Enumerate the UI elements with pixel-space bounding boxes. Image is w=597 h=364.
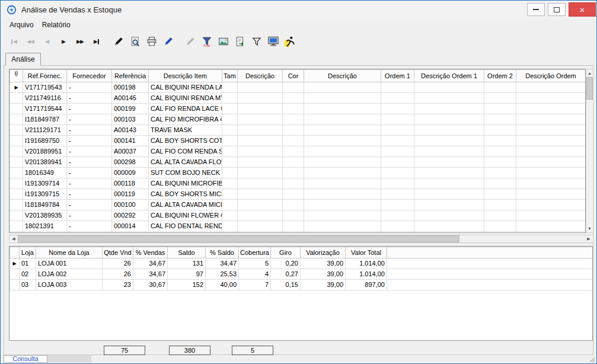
cell-valor-total: 897,00 xyxy=(346,280,387,290)
cell-referencia: A00037 xyxy=(112,146,149,157)
column-header-descricao-item[interactable]: Descrição Item xyxy=(149,70,222,82)
column-header-nome-loja[interactable]: Nome da Loja xyxy=(36,247,103,258)
title-bar[interactable]: Análise de Vendas x Estoque × xyxy=(1,1,596,18)
cell-referencia: 000118 xyxy=(112,178,149,189)
vscroll-thumb[interactable] xyxy=(586,77,593,100)
item-row[interactable]: I191689750 - 000141 CAL BOY SHORTS COTTO xyxy=(10,136,586,146)
print-preview-button[interactable] xyxy=(128,34,142,49)
filter-outline-button[interactable] xyxy=(250,34,264,49)
column-header-descricao-ordem1[interactable]: Descrição Ordem 1 xyxy=(414,70,484,82)
resize-grip[interactable] xyxy=(589,357,595,363)
cell-pct-vendas: 34,67 xyxy=(133,258,168,269)
items-grid-hscrollbar[interactable]: ◀ ▶ xyxy=(9,235,593,243)
column-header-ordem2[interactable]: Ordem 2 xyxy=(484,70,516,82)
column-header-descricao-tam[interactable]: Descrição xyxy=(238,70,283,82)
column-header-fornecedor[interactable]: Fornecedor xyxy=(67,70,112,82)
column-header-descricao-ordem2[interactable]: Descrição Ordem xyxy=(516,70,586,82)
nav-prior-page-button[interactable]: ◀◀ xyxy=(23,34,37,49)
cell-filler xyxy=(387,280,593,290)
nav-first-button[interactable]: ◀ xyxy=(7,34,21,49)
column-header-saldo[interactable]: Saldo xyxy=(168,247,206,258)
hscroll-thumb[interactable] xyxy=(18,235,459,242)
column-header-loja[interactable]: Loja xyxy=(20,247,36,258)
cell-nome-loja: LOJA 002 xyxy=(36,269,103,280)
store-row[interactable]: 03 LOJA 003 23 30,67 152 40,00 7 0,15 39… xyxy=(10,280,593,290)
filter-button[interactable]: Filter xyxy=(200,34,214,49)
cell-descricao-cor xyxy=(304,221,381,232)
item-row[interactable]: V201389941 - 000298 CAL ALTA CAVADA FLOW xyxy=(10,157,586,168)
item-row[interactable]: V201889951 - A00037 CAL FIO COM RENDA SK xyxy=(10,146,586,157)
cell-descricao-ordem2 xyxy=(516,210,586,221)
column-header-descricao-cor[interactable]: Descrição xyxy=(304,70,381,82)
item-row[interactable]: V211129171 - A00143 TRAVE MASK xyxy=(10,125,586,136)
edit-disabled-button[interactable] xyxy=(183,34,197,49)
nav-prior-button[interactable]: ◀ xyxy=(40,34,54,49)
nav-last-button[interactable]: ▶ xyxy=(90,34,104,49)
column-header-ref-fornec[interactable]: Ref.Fornec. xyxy=(23,70,67,82)
cell-ordem2 xyxy=(484,93,516,104)
scroll-right-button[interactable]: ▶ xyxy=(585,235,593,242)
edit-pen-button[interactable] xyxy=(111,34,126,49)
store-row[interactable]: 02 LOJA 002 26 34,67 97 25,53 4 0,27 39,… xyxy=(10,269,593,280)
status-tab-consulta[interactable]: Consulta xyxy=(4,355,47,363)
item-row[interactable]: I191309714 - 000118 CAL BIQUINI MICROFIB xyxy=(10,178,586,189)
scroll-down-button[interactable]: ▼ xyxy=(586,225,593,232)
cell-fornecedor: - xyxy=(67,82,112,93)
column-header-valorizacao[interactable]: Valorização xyxy=(301,247,346,258)
item-row[interactable]: I181849784 - 000100 CAL ALTA CAVADA MICR xyxy=(10,200,586,210)
item-row[interactable]: 18021391 - 000014 CAL FIO DENTAL RENDA xyxy=(10,221,586,232)
item-row[interactable]: R41 - 000162 CHINELO xyxy=(10,232,586,234)
cell-referencia: 000100 xyxy=(112,200,149,210)
blue-pen-button[interactable] xyxy=(161,34,175,49)
menu-arquivo[interactable]: Arquivo xyxy=(5,20,38,30)
item-row[interactable]: 18016349 - 000009 SUT COM BOJO NECK LI xyxy=(10,168,586,178)
column-header-qtde-vnd[interactable]: Qtde Vnd xyxy=(103,247,133,258)
item-row[interactable]: V211749116 - A00145 CAL BIQUINI RENDA MY xyxy=(10,93,586,104)
nav-next-page-button[interactable]: ▶▶ xyxy=(73,34,87,49)
cell-ordem1 xyxy=(381,104,414,114)
column-header-cor[interactable]: Cor xyxy=(283,70,304,82)
cell-ref-fornec: V211129171 xyxy=(23,125,67,136)
column-header-cobertura[interactable]: Cobertura xyxy=(239,247,271,258)
cell-cor xyxy=(283,200,304,210)
items-grid-vscrollbar[interactable]: ▲ ▼ xyxy=(586,69,593,233)
maximize-button[interactable] xyxy=(548,3,566,16)
column-header-ordem1[interactable]: Ordem 1 xyxy=(381,70,414,82)
cell-cor xyxy=(283,146,304,157)
scroll-up-button[interactable]: ▲ xyxy=(586,69,593,77)
scroll-left-icon: ◀ xyxy=(12,237,15,241)
tab-analise[interactable]: Análise xyxy=(5,53,41,66)
column-header-pct-saldo[interactable]: % Saldo xyxy=(206,247,239,258)
cell-ordem1 xyxy=(381,125,414,136)
column-header-referencia[interactable]: Referência xyxy=(112,70,149,82)
item-row[interactable]: ▶ V171719543 - 000198 CAL BIQUINI RENDA … xyxy=(10,82,586,93)
column-header-valor-total[interactable]: Valor Total xyxy=(346,247,387,258)
item-row[interactable]: V171719544 - 000199 CAL FIO RENDA LACE C xyxy=(10,104,586,114)
image-button[interactable] xyxy=(216,34,231,49)
minimize-button[interactable] xyxy=(527,3,545,16)
cell-fornecedor: - xyxy=(67,210,112,221)
column-header-pct-vendas[interactable]: % Vendas xyxy=(133,247,168,258)
cell-fornecedor: - xyxy=(67,146,112,157)
cell-cor xyxy=(283,210,304,221)
cell-pct-saldo: 40,00 xyxy=(206,280,239,290)
print-button[interactable] xyxy=(145,34,159,49)
item-row[interactable]: V201389935 - 000292 CAL BIQUINI FLOWER C xyxy=(10,210,586,221)
export-button[interactable] xyxy=(233,34,247,49)
computer-button[interactable] xyxy=(266,34,280,49)
scroll-left-button[interactable]: ◀ xyxy=(9,235,18,242)
row-marker xyxy=(10,280,20,290)
item-row[interactable]: I191309715 - 000119 CAL BOY SHORTS MICRO xyxy=(10,189,586,200)
cell-ordem2 xyxy=(484,210,516,221)
exit-button[interactable] xyxy=(283,34,297,49)
menu-relatorio[interactable]: Relatório xyxy=(38,20,75,30)
status-strip-segment xyxy=(47,355,91,363)
store-row[interactable]: ▶ 01 LOJA 001 26 34,67 131 34,47 5 0,20 … xyxy=(10,258,593,269)
column-header-giro[interactable]: Giro xyxy=(271,247,301,258)
cell-descricao-item: CAL BIQUINI MICROFIB xyxy=(149,178,222,189)
item-row[interactable]: I181849787 - 000103 CAL FIO MICROFIBRA 4 xyxy=(10,114,586,125)
cell-tam xyxy=(222,114,238,125)
nav-next-button[interactable]: ▶ xyxy=(56,34,71,49)
close-button[interactable]: × xyxy=(569,2,596,17)
column-header-tam[interactable]: Tam xyxy=(222,70,238,82)
